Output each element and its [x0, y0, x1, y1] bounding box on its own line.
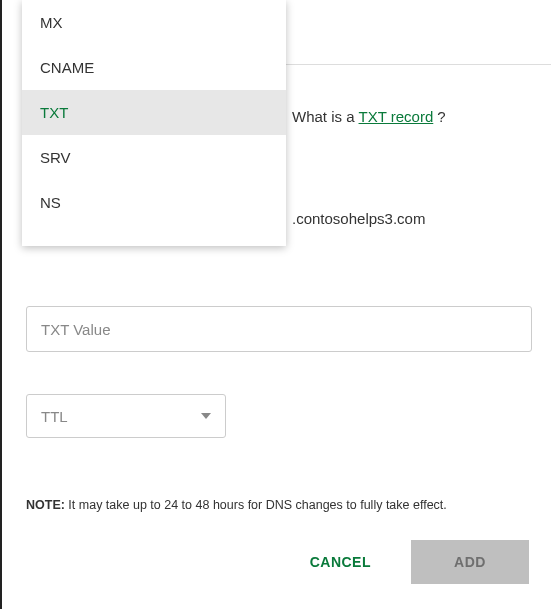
ttl-select[interactable]: TTL: [26, 394, 226, 438]
hint-prefix: What is a: [292, 108, 355, 125]
record-type-dropdown[interactable]: MX CNAME TXT SRV NS: [22, 0, 286, 246]
record-type-hint: What is a TXT record ?: [292, 108, 446, 125]
domain-suffix-label: .contosohelps3.com: [292, 210, 425, 227]
dns-note: NOTE: It may take up to 24 to 48 hours f…: [26, 498, 527, 512]
record-type-list[interactable]: MX CNAME TXT SRV NS: [22, 0, 286, 246]
note-text: It may take up to 24 to 48 hours for DNS…: [65, 498, 447, 512]
list-spacer: [22, 225, 286, 246]
add-button[interactable]: ADD: [411, 540, 529, 584]
ttl-label: TTL: [41, 408, 68, 425]
txt-record-link[interactable]: TXT record: [359, 108, 434, 125]
record-type-option-txt[interactable]: TXT: [22, 90, 286, 135]
section-divider: [282, 64, 551, 65]
cancel-button[interactable]: CANCEL: [304, 542, 377, 582]
record-type-option-ns[interactable]: NS: [22, 180, 286, 225]
chevron-down-icon: [201, 413, 211, 419]
record-type-option-srv[interactable]: SRV: [22, 135, 286, 180]
record-type-option-mx[interactable]: MX: [22, 0, 286, 45]
note-label: NOTE:: [26, 498, 65, 512]
action-buttons: CANCEL ADD: [2, 540, 529, 584]
record-type-option-cname[interactable]: CNAME: [22, 45, 286, 90]
txt-value-input[interactable]: [26, 306, 532, 352]
hint-suffix: ?: [437, 108, 445, 125]
